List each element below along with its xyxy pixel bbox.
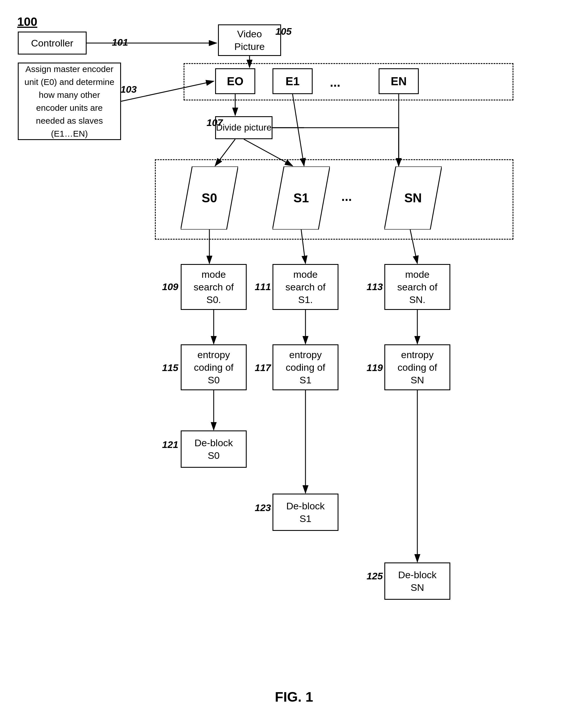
fig-label: FIG. 1 xyxy=(275,689,313,705)
ref-107: 107 xyxy=(207,117,223,128)
entropy-S1-box: entropy coding of S1 xyxy=(272,344,338,390)
video-picture-box: Video Picture xyxy=(218,24,281,56)
deblock-S1-box: De-block S1 xyxy=(272,494,338,531)
dots-encoder: ... xyxy=(330,75,340,89)
mode-search-S0-box: mode search of S0. xyxy=(181,264,247,310)
ref-101: 101 xyxy=(112,37,128,48)
ref-111: 111 xyxy=(255,281,271,292)
assign-box: Assign master encoder unit (E0) and dete… xyxy=(18,63,121,140)
ref-113: 113 xyxy=(366,281,383,292)
E0-box: EO xyxy=(215,68,255,94)
diagram: 100 Controller Video Picture Assign mast… xyxy=(0,0,588,722)
entropy-SN-box: entropy coding of SN xyxy=(384,344,450,390)
S1-shape: S1 xyxy=(272,166,330,230)
svg-line-20 xyxy=(293,94,304,166)
deblock-SN-box: De-block SN xyxy=(384,562,450,600)
diagram-number: 100 xyxy=(17,15,37,29)
dots-slice: ... xyxy=(341,189,352,204)
ref-103: 103 xyxy=(121,84,137,95)
ref-115: 115 xyxy=(162,362,178,373)
ref-109: 109 xyxy=(162,281,178,292)
divide-picture-box: Divide picture xyxy=(215,116,272,139)
entropy-S0-box: entropy coding of S0 xyxy=(181,344,247,390)
ref-121: 121 xyxy=(162,439,178,450)
mode-search-S1-box: mode search of S1. xyxy=(272,264,338,310)
mode-search-SN-box: mode search of SN. xyxy=(384,264,450,310)
EN-box: EN xyxy=(379,68,419,94)
ref-125: 125 xyxy=(366,571,383,582)
ref-105: 105 xyxy=(275,26,292,37)
ref-123: 123 xyxy=(255,502,271,513)
SN-shape: SN xyxy=(384,166,442,230)
controller-box: Controller xyxy=(18,32,87,55)
ref-117: 117 xyxy=(255,362,271,373)
E1-box: E1 xyxy=(272,68,313,94)
ref-119: 119 xyxy=(366,362,383,373)
S0-shape: S0 xyxy=(181,166,238,230)
deblock-S0-box: De-block S0 xyxy=(181,430,247,468)
